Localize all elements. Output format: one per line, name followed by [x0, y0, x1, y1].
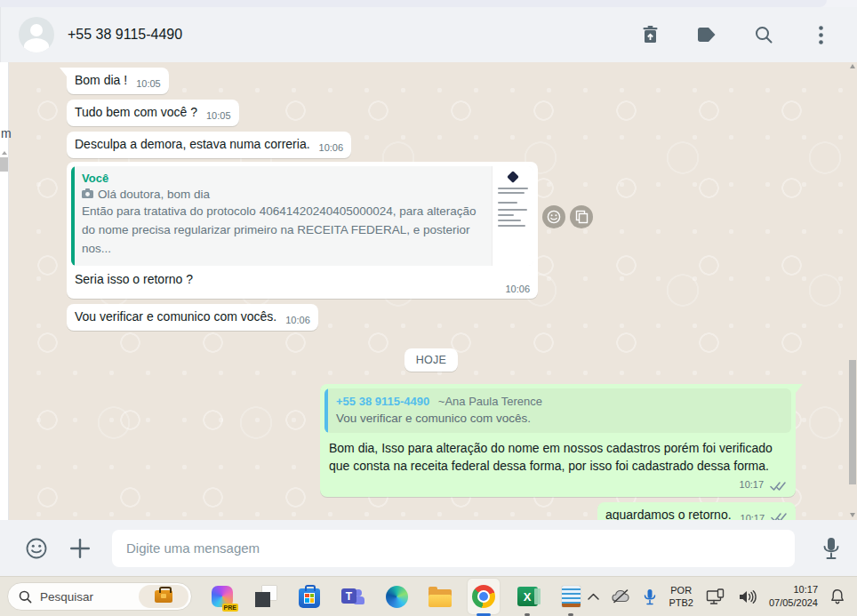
message-time: 10:05 [136, 78, 161, 89]
chatlist-scrollbar-thumb[interactable] [0, 157, 8, 172]
excel-icon: X [517, 587, 538, 606]
composer-bar [0, 520, 857, 576]
whatsapp-window: +55 38 9115-4490 [0, 0, 857, 616]
microsoft-store-icon [299, 588, 320, 608]
message-list: Bom dia !10:05 Tudo bem com você ?10:05 … [0, 62, 857, 520]
chatlist-edge: m [0, 62, 9, 520]
quote-body: Vou verificar e comunico com vocês. [336, 412, 782, 425]
cast-display-icon[interactable] [706, 588, 725, 605]
quote-sender: Você [82, 172, 483, 185]
scroll-down-icon[interactable] [850, 513, 855, 517]
taskbar-search[interactable]: Pesquisar [7, 582, 192, 611]
message-time: 10:17 [740, 479, 765, 490]
contact-avatar[interactable] [19, 17, 54, 52]
search-icon [19, 590, 32, 604]
onedrive-paused-icon[interactable] [612, 589, 631, 604]
notification-bell-icon[interactable] [830, 588, 845, 604]
scrollbar-thumb[interactable] [849, 360, 856, 484]
menu-icon[interactable] [804, 18, 837, 52]
quoted-document-thumbnail [492, 166, 533, 266]
volume-icon[interactable] [738, 589, 757, 604]
message-text: Tudo bem com você ? [75, 105, 197, 119]
message-time: 10:06 [319, 142, 344, 153]
taskbar-apps: PRE T [206, 579, 587, 614]
tray-time: 10:17 [769, 583, 818, 596]
message-hover-actions [542, 205, 593, 228]
message-bubble[interactable]: Tudo bem com você ?10:05 [67, 100, 239, 126]
document-emblem [507, 171, 519, 183]
copilot-icon: PRE [212, 586, 233, 607]
taskbar-app-frames[interactable] [250, 579, 282, 614]
taskbar-app-copilot[interactable]: PRE [206, 579, 238, 614]
edge-icon [386, 586, 408, 608]
scroll-up-icon[interactable] [850, 64, 855, 68]
quote-sender-phone: +55 38 9115-4490 [336, 395, 429, 408]
react-emoji-button[interactable] [542, 205, 565, 228]
search-icon[interactable] [747, 18, 781, 52]
taskbar-app-edge[interactable] [380, 579, 412, 614]
chatlist-cut-text: m [1, 126, 12, 140]
taskbar-app-notepad[interactable] [555, 579, 587, 614]
tray-mic-icon[interactable] [644, 588, 656, 605]
chat-scrollbar[interactable] [848, 62, 857, 520]
system-tray: POR PTB2 10:17 07/05/ [588, 583, 857, 610]
chat-title[interactable]: +55 38 9115-4490 [68, 27, 633, 43]
avatar-head [30, 24, 43, 36]
tray-date: 07/05/2024 [769, 596, 818, 610]
chat-header: +55 38 9115-4490 [0, 7, 857, 62]
tray-chevron-up-icon[interactable] [588, 593, 599, 600]
message-bubble-with-quote[interactable]: +55 38 9115-4490 ~Ana Paula Terence Vou … [320, 384, 796, 498]
message-text: Desculpa a demora, estava numa correria. [75, 137, 310, 151]
chatlist-scroll-up-icon[interactable] [2, 151, 7, 155]
search-placeholder: Pesquisar [40, 590, 131, 604]
quote-body: Então para tratativa do protocolo 406414… [82, 203, 483, 259]
message-bubble[interactable]: Vou verificar e comunico com vocês.10:06 [67, 304, 318, 331]
avatar-body [24, 38, 49, 52]
chat-area: m Bom dia !10:05 Tudo bem com você ?10:0… [0, 62, 857, 520]
quoted-message[interactable]: Você Olá doutora, bom dia E [71, 166, 533, 266]
header-icons [633, 18, 837, 52]
taskbar-app-file-explorer[interactable] [424, 579, 456, 614]
message-bubble-with-quote[interactable]: Você Olá doutora, bom dia E [67, 162, 538, 299]
taskbar-app-chrome[interactable] [468, 579, 500, 614]
message-time: 10:06 [505, 284, 530, 294]
message-text: Vou verificar e comunico com vocês. [75, 309, 276, 324]
quote-sender-name: ~Ana Paula Terence [438, 395, 542, 408]
attach-plus-icon[interactable] [69, 538, 91, 559]
search-highlight-chip[interactable] [139, 585, 188, 608]
clock[interactable]: 10:17 07/05/2024 [769, 583, 818, 610]
delete-chat-icon[interactable] [633, 18, 667, 52]
message-text: Seria isso o retorno ? [75, 272, 193, 286]
copilot-pre-badge: PRE [222, 604, 238, 612]
camera-icon [82, 188, 93, 201]
read-receipt-icon [770, 480, 787, 494]
date-divider: HOJE [404, 348, 459, 372]
chrome-icon [472, 585, 495, 608]
quoted-message[interactable]: +55 38 9115-4490 ~Ana Paula Terence Vou … [324, 388, 791, 433]
message-text: Bom dia ! [75, 73, 127, 87]
notepad-icon [562, 586, 581, 607]
taskbar-app-teams[interactable]: T [337, 579, 369, 614]
browser-top-strip [0, 0, 857, 7]
taskbar-app-excel[interactable]: X [511, 579, 543, 614]
copy-button[interactable] [570, 205, 593, 228]
taskbar-app-store[interactable] [293, 579, 325, 614]
message-input[interactable] [112, 530, 795, 567]
file-explorer-icon [428, 589, 452, 607]
emoji-picker-icon[interactable] [25, 537, 48, 560]
briefcase-icon [155, 590, 172, 603]
label-icon[interactable] [690, 18, 724, 52]
quote-attachment-label: Olá doutora, bom dia [98, 188, 210, 201]
windows-taskbar: Pesquisar PRE [0, 576, 857, 616]
language-indicator[interactable]: POR PTB2 [669, 584, 693, 610]
message-time: 10:06 [285, 315, 310, 325]
message-text: Bom dia, Isso para alteração do nome em … [324, 438, 791, 476]
message-bubble[interactable]: Desculpa a demora, estava numa correria.… [67, 132, 351, 158]
message-time: 10:05 [206, 110, 231, 121]
frames-icon [255, 586, 276, 607]
mic-icon[interactable] [821, 536, 841, 561]
teams-icon: T [341, 586, 364, 607]
browser-tab-edge [0, 0, 827, 7]
message-bubble[interactable]: Bom dia !10:05 [67, 68, 169, 94]
